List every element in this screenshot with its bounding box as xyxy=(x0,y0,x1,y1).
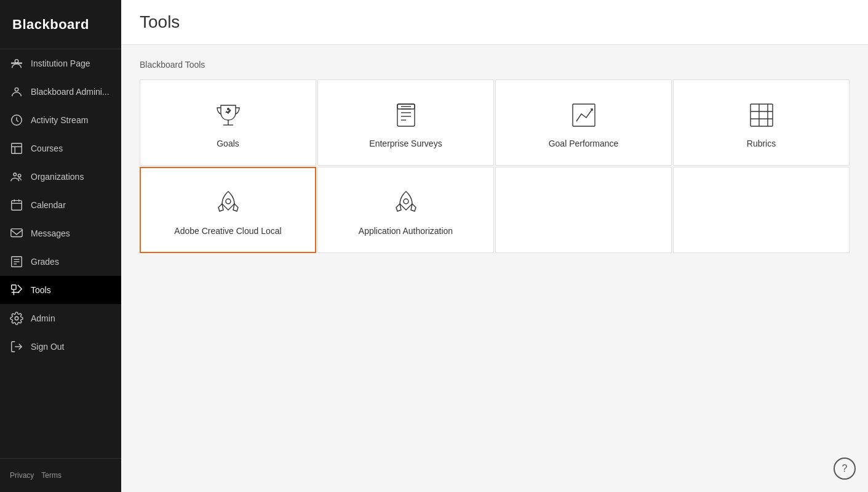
sidebar-item-sign-out[interactable]: Sign Out xyxy=(0,333,121,361)
sidebar: Blackboard Institution Page Blackboard A… xyxy=(0,0,121,492)
sidebar-label-blackboard-admin: Blackboard Admini... xyxy=(31,87,109,97)
sidebar-item-organizations[interactable]: Organizations xyxy=(0,163,121,191)
sidebar-item-tools[interactable]: Tools xyxy=(0,276,121,304)
privacy-link[interactable]: Privacy xyxy=(10,471,34,480)
tool-label-adobe-creative-cloud: Adobe Creative Cloud Local xyxy=(174,226,281,236)
tools-grid-row1: Goals Enterprise Surveys xyxy=(140,79,850,166)
chart-icon xyxy=(569,100,599,130)
svg-point-2 xyxy=(15,88,18,92)
svg-point-7 xyxy=(14,173,17,176)
sidebar-label-calendar: Calendar xyxy=(31,200,66,210)
sidebar-label-activity-stream: Activity Stream xyxy=(31,115,88,125)
tool-card-empty-2 xyxy=(673,167,850,253)
sidebar-item-blackboard-admin[interactable]: Blackboard Admini... xyxy=(0,78,121,106)
svg-point-40 xyxy=(404,199,408,204)
svg-rect-9 xyxy=(12,201,22,211)
logo-text: Blackboard xyxy=(12,17,89,33)
sidebar-label-messages: Messages xyxy=(31,228,70,238)
tool-card-rubrics[interactable]: Rubrics xyxy=(673,79,850,166)
messages-icon xyxy=(10,227,23,240)
svg-rect-34 xyxy=(751,104,773,126)
admin-gear-icon xyxy=(10,312,23,325)
rubrics-icon xyxy=(747,100,776,130)
rocket-icon xyxy=(213,188,243,217)
tools-grid-row2: Adobe Creative Cloud Local Application A… xyxy=(140,167,850,253)
tool-card-empty-1 xyxy=(495,167,672,253)
sidebar-navigation: Institution Page Blackboard Admini... Ac… xyxy=(0,49,121,458)
svg-rect-13 xyxy=(11,229,22,237)
page-header: Tools xyxy=(121,0,868,45)
grades-icon xyxy=(10,255,23,268)
svg-point-8 xyxy=(18,174,21,177)
svg-point-0 xyxy=(15,60,18,63)
page-title: Tools xyxy=(140,12,850,32)
svg-point-21 xyxy=(15,317,18,320)
svg-rect-26 xyxy=(397,104,415,126)
tool-card-goals[interactable]: Goals xyxy=(140,79,316,166)
svg-rect-18 xyxy=(12,285,16,289)
organizations-icon xyxy=(10,170,23,183)
sidebar-item-admin[interactable]: Admin xyxy=(0,304,121,333)
activity-icon xyxy=(10,113,23,127)
tools-content: Blackboard Tools Goals xyxy=(121,45,868,492)
sidebar-item-courses[interactable]: Courses xyxy=(0,134,121,163)
tool-label-goal-performance: Goal Performance xyxy=(549,139,619,148)
svg-rect-33 xyxy=(573,104,595,126)
tool-label-enterprise-surveys: Enterprise Surveys xyxy=(369,139,442,148)
section-title: Blackboard Tools xyxy=(140,60,850,70)
courses-icon xyxy=(10,142,23,155)
terms-link[interactable]: Terms xyxy=(41,471,62,480)
sidebar-label-sign-out: Sign Out xyxy=(31,342,64,352)
sidebar-logo: Blackboard xyxy=(0,0,121,49)
svg-point-39 xyxy=(226,199,231,204)
tool-card-application-authorization[interactable]: Application Authorization xyxy=(317,167,494,253)
admin-icon xyxy=(10,85,23,99)
institution-icon xyxy=(10,57,23,70)
footer-links: Privacy Terms xyxy=(0,466,121,485)
svg-point-25 xyxy=(227,108,229,110)
svg-rect-4 xyxy=(12,143,22,154)
sign-out-icon xyxy=(10,340,23,353)
survey-icon xyxy=(391,100,421,130)
tool-card-enterprise-surveys[interactable]: Enterprise Surveys xyxy=(317,79,494,166)
trophy-icon xyxy=(213,100,243,130)
tool-card-adobe-creative-cloud[interactable]: Adobe Creative Cloud Local xyxy=(140,167,316,253)
calendar-icon xyxy=(10,198,23,212)
sidebar-item-calendar[interactable]: Calendar xyxy=(0,191,121,219)
sidebar-label-institution-page: Institution Page xyxy=(31,58,90,68)
sidebar-item-messages[interactable]: Messages xyxy=(0,219,121,248)
sidebar-label-organizations: Organizations xyxy=(31,172,84,182)
main-content-area: Tools Blackboard Tools Goals xyxy=(121,0,868,492)
sidebar-item-grades[interactable]: Grades xyxy=(0,248,121,276)
sidebar-label-admin: Admin xyxy=(31,313,55,323)
tool-label-goals: Goals xyxy=(217,139,239,148)
tools-icon xyxy=(10,283,23,297)
tool-card-goal-performance[interactable]: Goal Performance xyxy=(495,79,672,166)
help-button[interactable]: ? xyxy=(834,458,856,480)
sidebar-label-grades: Grades xyxy=(31,257,59,267)
tool-label-application-authorization: Application Authorization xyxy=(359,226,453,236)
tool-label-rubrics: Rubrics xyxy=(747,139,776,148)
sidebar-item-institution-page[interactable]: Institution Page xyxy=(0,49,121,78)
svg-rect-1 xyxy=(12,63,22,63)
sidebar-item-activity-stream[interactable]: Activity Stream xyxy=(0,106,121,134)
sidebar-label-tools: Tools xyxy=(31,285,51,295)
rocket2-icon xyxy=(391,188,421,217)
sidebar-label-courses: Courses xyxy=(31,143,63,153)
sidebar-footer: Privacy Terms xyxy=(0,458,121,492)
